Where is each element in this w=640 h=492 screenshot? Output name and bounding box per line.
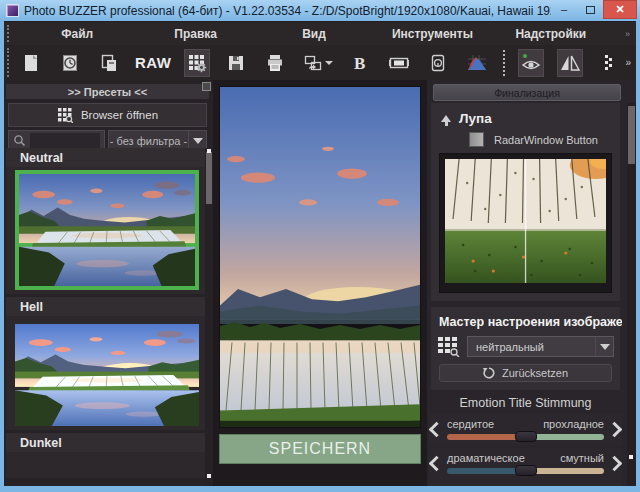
gauge-icon	[428, 53, 448, 73]
paste-icon	[99, 53, 119, 73]
menu-addons[interactable]: Надстройки	[492, 27, 610, 41]
main-preview-panel: SPEICHERN	[213, 80, 427, 486]
mood-dropdown-caret-box[interactable]	[595, 337, 613, 356]
slider-left-chevron[interactable]	[429, 421, 444, 437]
frame-icon	[388, 53, 410, 73]
preset-search-input[interactable]	[30, 133, 100, 148]
scroll-marker-dot	[629, 455, 633, 459]
finalize-panel-content: Лупа RadarWindow Button Мастер настроени…	[429, 103, 622, 486]
dots-menu-button[interactable]	[596, 49, 622, 77]
presets-header-label: >> Пресеты <<	[68, 86, 147, 98]
compare-mirror-button[interactable]	[557, 49, 583, 77]
presets-browser-button[interactable]	[184, 49, 210, 77]
emotion-slider-row: сердитое прохладное	[429, 414, 622, 446]
slider-track-right	[526, 468, 605, 474]
slider-handle[interactable]	[515, 431, 537, 442]
batch-button[interactable]: B	[347, 49, 373, 77]
menu-overflow-chevron[interactable]: »	[625, 29, 630, 39]
slider-track-right	[526, 434, 605, 440]
presets-panel: >> Пресеты << Browser öffnen - без фильт…	[4, 80, 213, 486]
menubar: Файл Правка Вид Инструменты Надстройки »	[4, 22, 636, 45]
open-browser-button[interactable]: Browser öffnen	[8, 103, 207, 127]
window-title: Photo BUZZER professional (64-бит) - V1.…	[24, 4, 551, 18]
reset-button[interactable]: Zurücksetzen	[439, 364, 612, 382]
frame-button[interactable]	[386, 49, 412, 77]
speichern-button[interactable]: SPEICHERN	[219, 434, 421, 464]
history-icon	[60, 53, 80, 73]
printer-icon	[265, 53, 285, 73]
gauge-button[interactable]	[425, 49, 451, 77]
preset-list: Neutral Hell Dunkel	[6, 148, 207, 486]
export-icon	[303, 53, 323, 73]
raw-button[interactable]: RAW	[135, 49, 172, 77]
chevron-down-icon	[193, 138, 203, 144]
save-icon	[226, 53, 246, 73]
histogram-button[interactable]	[464, 49, 490, 77]
presets-scrollbar-thumb[interactable]	[206, 152, 212, 204]
close-button[interactable]: ✕	[603, 0, 637, 19]
slider-track[interactable]	[447, 434, 604, 440]
main-image-frame	[219, 86, 421, 428]
emotion-section-title: Emotion Title Stimmung	[429, 396, 622, 410]
slider-left-chevron[interactable]	[429, 455, 444, 471]
emotion-slider-row: драматическое смутный	[429, 448, 622, 480]
print-button[interactable]	[262, 49, 288, 77]
presets-panel-header[interactable]: >> Пресеты <<	[6, 84, 209, 99]
scroll-up-dot	[207, 149, 211, 153]
menu-edit[interactable]: Правка	[136, 27, 254, 41]
reset-refresh-icon	[483, 367, 495, 379]
mood-preset-value: нейтральный	[468, 341, 595, 353]
slider-right-chevron[interactable]	[607, 421, 622, 437]
main-preview-image[interactable]	[220, 87, 420, 427]
app-icon	[6, 4, 19, 17]
mirror-compare-icon	[559, 53, 581, 73]
mood-master-title: Мастер настроения изображения	[439, 315, 614, 329]
radar-window-checkbox[interactable]	[469, 132, 484, 147]
finalize-panel: Финализация Лупа RadarWindow Button Маст…	[427, 80, 636, 486]
slider-track[interactable]	[447, 468, 604, 474]
collapse-up-arrow-icon[interactable]	[441, 115, 451, 122]
batch-b-icon: B	[350, 53, 370, 73]
filter-dropdown-value: - без фильтра -	[109, 135, 188, 147]
loupe-preview-image[interactable]	[445, 159, 606, 283]
mood-preset-dropdown[interactable]: нейтральный	[467, 336, 614, 357]
presets-scrollbar[interactable]	[205, 148, 213, 486]
menu-tools[interactable]: Инструменты	[373, 27, 491, 41]
maximize-button[interactable]	[577, 0, 603, 18]
menu-view[interactable]: Вид	[255, 27, 373, 41]
mood-grid-icon	[437, 336, 461, 357]
paste-button[interactable]	[96, 49, 122, 77]
slider-right-chevron[interactable]	[607, 455, 622, 471]
loupe-image-frame	[439, 153, 612, 293]
preset-label: Hell	[6, 297, 207, 316]
menubar-drag-handle[interactable]	[7, 25, 9, 42]
radar-window-label: RadarWindow Button	[494, 134, 598, 146]
preset-item-dunkel[interactable]: Dunkel	[6, 433, 207, 478]
export-button[interactable]	[301, 49, 334, 77]
scroll-down-dot	[207, 474, 211, 478]
toolbar-drag-handle[interactable]	[7, 48, 9, 77]
loupe-section: Лупа RadarWindow Button	[431, 103, 620, 301]
minimize-button[interactable]: –	[551, 0, 577, 18]
toolbar-overflow-chevron[interactable]: »	[625, 57, 631, 68]
preset-item-hell[interactable]: Hell	[6, 297, 207, 430]
slider-track-left	[447, 434, 526, 440]
preset-thumbnail-image[interactable]	[15, 324, 199, 426]
slider-handle[interactable]	[515, 465, 537, 476]
search-icon	[13, 134, 26, 147]
eye-icon	[519, 52, 543, 74]
finalize-scrollbar[interactable]	[627, 103, 636, 486]
finalize-scrollbar-thumb[interactable]	[628, 106, 635, 164]
preset-item-neutral[interactable]: Neutral	[6, 148, 207, 294]
panel-pin-icon[interactable]	[202, 82, 211, 91]
toolbar-separator	[503, 50, 505, 76]
new-document-button[interactable]	[18, 49, 44, 77]
dots-menu-icon	[601, 52, 617, 74]
history-button[interactable]	[57, 49, 83, 77]
finalize-tab-label: Финализация	[494, 87, 560, 99]
preset-thumbnail-image[interactable]	[19, 174, 195, 286]
finalize-tab-button[interactable]: Финализация	[433, 84, 621, 101]
preview-toggle-button[interactable]	[518, 49, 544, 77]
save-file-button[interactable]	[223, 49, 249, 77]
menu-file[interactable]: Файл	[18, 27, 136, 41]
